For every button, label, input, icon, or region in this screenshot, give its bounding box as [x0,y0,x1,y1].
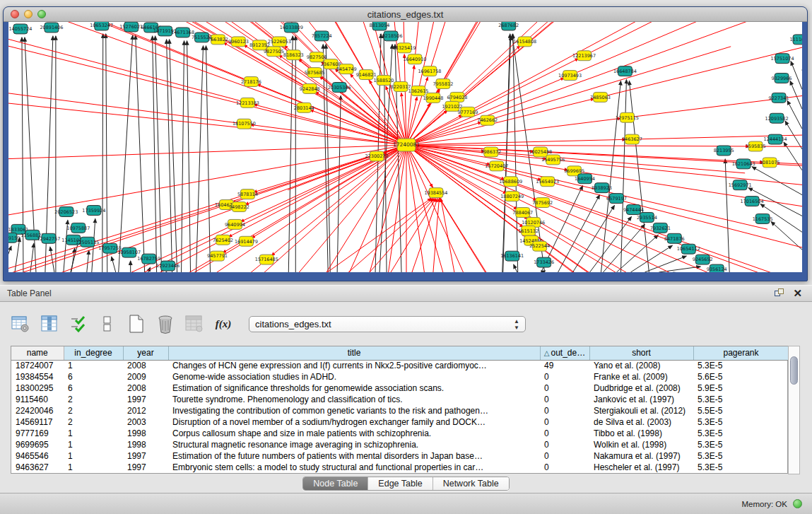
graph-node[interactable]: 9227341 [769,93,789,103]
tab-edge-table[interactable]: Edge Table [368,477,433,490]
graph-node[interactable]: 16640910 [403,54,426,64]
graph-node[interactable]: 15720407 [485,161,508,171]
graph-node[interactable]: 9463627 [622,134,642,144]
table-row[interactable]: 1456911722003Disruption of a novel membe… [11,416,789,428]
graph-node[interactable]: 7955812 [433,79,453,89]
table-row[interactable]: 1938455462009Genome-wide association stu… [11,371,789,382]
graph-node[interactable]: 2522544 [529,241,550,251]
graph-node[interactable]: 15692971 [729,180,752,190]
graph-node[interactable]: 16914479 [235,236,258,246]
graph-node[interactable]: 9960123 [228,37,249,47]
graph-node[interactable]: 15654923 [536,177,559,187]
graph-node[interactable]: 17016504 [741,197,764,206]
graph-node[interactable]: 16136141 [500,251,524,261]
graph-node[interactable]: 2803144 [294,103,314,112]
graph-node[interactable]: 7515526 [192,33,212,42]
graph-node[interactable]: 15751074 [771,54,794,64]
table-row[interactable]: 946554611997Estimation of the future num… [11,450,789,462]
graph-node[interactable]: 19384554 [424,188,447,198]
graph-node[interactable]: 7986372 [481,147,501,157]
window-titlebar[interactable]: citations_edges.txt [4,7,807,22]
table-scrollbar[interactable] [788,346,800,474]
graph-node[interactable]: 1081075 [760,158,780,168]
table-row[interactable]: 977716911998Corpus callosum shape and si… [11,428,789,439]
graph-node[interactable]: 2935514 [637,212,657,222]
graph-node[interactable]: 7857224 [312,31,332,41]
node-table[interactable]: namein_degreeyeartitle△out_de…shortpager… [11,346,788,474]
graph-node[interactable]: 13325419 [393,43,416,53]
graph-node[interactable]: 7875692 [532,198,553,208]
graph-node[interactable]: 9777169 [457,107,478,117]
graph-node[interactable]: 17359924 [82,206,105,216]
graph-node[interactable]: 12923446 [156,261,180,271]
graph-node[interactable]: 7625402 [213,235,233,245]
graph-node[interactable]: 16210643 [732,159,755,169]
graph-node[interactable]: 16648784 [613,66,637,76]
graph-node[interactable]: 9640994 [225,219,245,229]
graph-node[interactable]: 6579197 [606,194,627,204]
graph-node[interactable]: 1733426 [534,257,554,267]
column-header-short[interactable]: short [589,346,693,360]
graph-node[interactable]: 5878314 [237,189,258,199]
graph-node[interactable]: 1595835 [746,141,766,151]
network-graph[interactable]: 2522605398275058186323982750823676085875… [8,22,802,272]
column-header-name[interactable]: name [11,346,64,360]
graph-node[interactable]: 9498222 [229,202,249,212]
graph-node[interactable]: 9329966 [772,74,792,83]
show-column-button[interactable] [39,313,60,334]
table-row[interactable]: 969969511998Structural magnetic resonanc… [11,439,789,450]
graph-node[interactable]: 9245652 [693,255,713,264]
graph-node[interactable]: 8471876 [664,233,685,243]
graph-node[interactable]: 9356124 [707,264,727,272]
table-row[interactable]: 946362711997Embryonic stem cells: a mode… [11,462,789,473]
table-select-dropdown[interactable]: citations_edges.txt ▲▼ [249,316,526,332]
function-builder-button[interactable]: f(x) [213,313,234,334]
graph-node[interactable]: 1640954 [575,174,595,184]
table-row[interactable]: 911546021997Tourette syndrome. Phenomeno… [11,394,789,405]
close-panel-icon[interactable]: ✕ [793,288,802,298]
graph-node[interactable]: 9457791 [207,251,228,261]
graph-node[interactable]: 2687682 [498,22,519,30]
table-options-button[interactable] [10,313,31,334]
table-row[interactable]: 2242004622012Investigating the contribut… [11,405,789,416]
graph-node[interactable]: 1990448 [423,93,443,103]
graph-node[interactable]: 8912352 [249,40,270,50]
graph-node[interactable]: 15276021 [119,22,143,32]
tab-network-table[interactable]: Network Table [433,477,509,490]
graph-node[interactable]: 10654112 [677,244,700,254]
column-header-year[interactable]: year [123,346,168,360]
graph-node[interactable]: 7462662 [477,115,498,125]
graph-node[interactable]: 1362615 [408,86,429,95]
graph-node[interactable]: 10975887 [66,223,90,233]
graph-node[interactable]: 6794028 [447,92,467,102]
graph-node[interactable]: 20891406 [40,23,63,33]
graph-node[interactable]: 12213967 [572,51,596,61]
graph-node[interactable]: 10688609 [499,177,522,187]
graph-node[interactable]: 1111654 [790,35,802,45]
graph-node[interactable]: 12093582 [765,113,789,123]
graph-node[interactable]: 18807249 [500,192,524,201]
select-all-button[interactable] [68,313,89,334]
graph-node[interactable]: 5875685 [305,68,325,78]
graph-node[interactable]: 10653247 [90,22,113,30]
graph-node[interactable]: 2718176 [241,77,261,87]
graph-node[interactable]: 19218506 [379,31,403,41]
graph-node[interactable]: 7884067 [512,208,533,218]
graph-node[interactable]: 20206523 [54,207,78,217]
graph-node[interactable]: 7932621 [650,223,671,233]
delete-table-button[interactable] [184,313,205,334]
scrollbar-thumb[interactable] [790,356,798,385]
table-row[interactable]: 1830029562008Estimation of significance … [11,382,789,394]
graph-node[interactable]: 7485063 [590,92,611,102]
row-height-button[interactable] [97,313,118,334]
float-panel-icon[interactable] [775,288,784,298]
column-header-title[interactable]: title [168,346,540,360]
graph-node[interactable]: 12975115 [616,112,639,122]
network-canvas[interactable]: 2522605398275058186323982750823676085875… [8,22,802,272]
delete-column-button[interactable] [155,313,176,334]
tab-node-table[interactable]: Node Table [303,477,368,490]
column-header-out_de[interactable]: △out_de… [540,346,589,360]
graph-node[interactable]: 1615132 [518,226,539,235]
graph-node[interactable]: 8213955 [714,146,734,156]
create-column-button[interactable] [126,313,147,334]
